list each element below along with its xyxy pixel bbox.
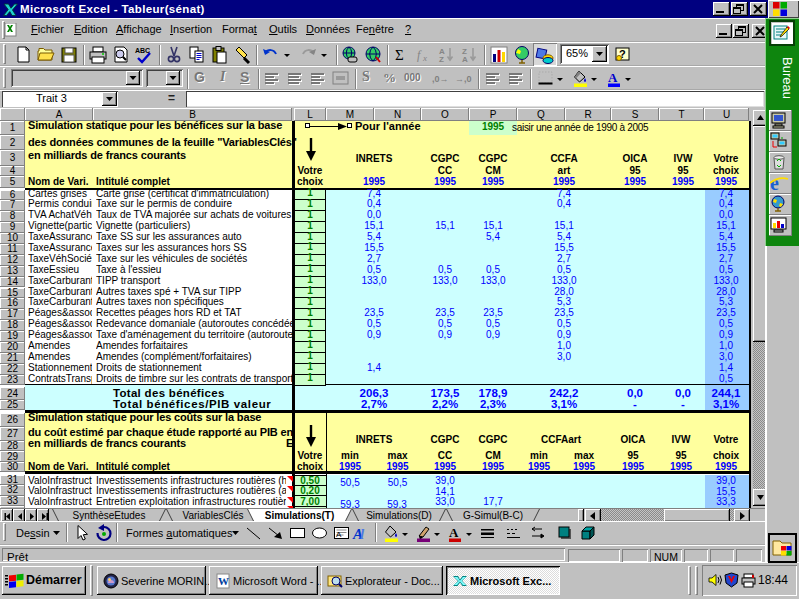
svg-text:A: A: [449, 525, 459, 540]
svg-text:A: A: [336, 530, 342, 539]
svg-text:→,0: →,0: [455, 74, 472, 84]
svg-text:ABC: ABC: [135, 47, 150, 54]
svg-text:Z: Z: [439, 55, 444, 64]
svg-text:,0→: ,0→: [432, 74, 449, 84]
svg-text:A: A: [608, 70, 618, 85]
svg-text:f: f: [417, 48, 422, 62]
svg-text:x: x: [422, 53, 427, 63]
svg-text:W: W: [218, 575, 229, 587]
svg-text:e: e: [770, 173, 779, 193]
svg-text:l: l: [360, 526, 365, 542]
svg-text:Σ: Σ: [395, 47, 404, 63]
svg-text:A: A: [462, 55, 468, 64]
